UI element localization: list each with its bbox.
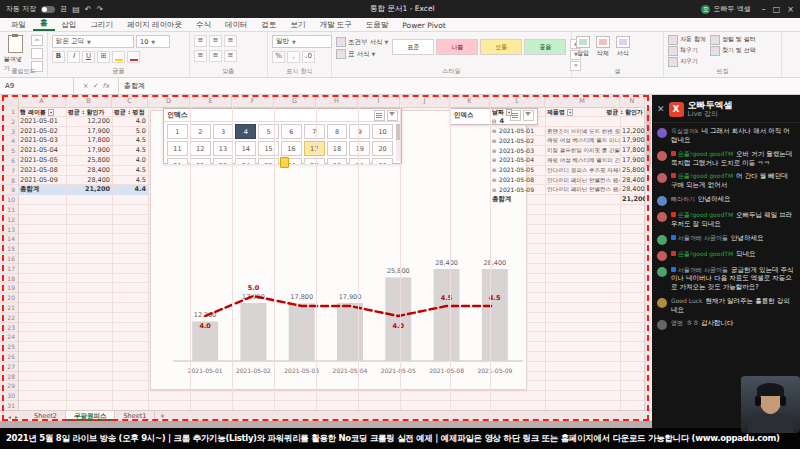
row-header-8[interactable]: 8: [0, 176, 18, 186]
row-header-4[interactable]: 4: [0, 136, 18, 146]
select-all-corner[interactable]: [0, 95, 19, 107]
row-header-1[interactable]: 1: [0, 107, 18, 117]
expand-icon[interactable]: ⊞: [492, 167, 496, 173]
style-chip-좋음[interactable]: 좋음: [524, 39, 566, 55]
row-header-19[interactable]: 19: [0, 283, 18, 293]
row-header-12[interactable]: 12: [0, 215, 18, 225]
slicer-item-18[interactable]: 18: [327, 141, 348, 156]
slicer-item-4[interactable]: 4: [235, 124, 256, 139]
row-header-3[interactable]: 3: [0, 127, 18, 137]
align-center-icon[interactable]: ≡: [209, 50, 222, 62]
index-slicer[interactable]: 인덱스 123456789101112131415161718192021222…: [163, 108, 402, 164]
slicer-item-27[interactable]: 27: [304, 158, 325, 164]
ribbon-tab-그리기[interactable]: 그리기: [84, 18, 121, 31]
slicer-item-17[interactable]: 17: [304, 141, 325, 156]
row-header-31[interactable]: 31: [0, 401, 18, 410]
ribbon-tab-홈[interactable]: 홈: [33, 16, 55, 31]
chat-messages[interactable]: 욕심쟁이k네 그래서 회사나 해서 아직 어렵네요은졸!good goodTM오…: [652, 123, 800, 339]
column-header-B[interactable]: B: [66, 95, 112, 107]
slicer-item-7[interactable]: 7: [304, 124, 325, 139]
slicer-item-6[interactable]: 6: [281, 124, 302, 139]
row-header-10[interactable]: 10: [0, 195, 18, 205]
expand-icon[interactable]: ⊞: [492, 187, 496, 193]
enter-icon[interactable]: ✓: [93, 82, 99, 90]
percent-style-button[interactable]: %: [272, 51, 285, 63]
row-header-5[interactable]: 5: [0, 146, 18, 156]
ribbon-tab-도움말[interactable]: 도움말: [359, 18, 396, 31]
prev-sheet-icon[interactable]: ◂: [8, 413, 11, 420]
slicer-item-8[interactable]: 8: [327, 124, 348, 139]
cancel-icon[interactable]: ×: [83, 82, 89, 90]
row-header-23[interactable]: 23: [0, 323, 18, 333]
row-header-17[interactable]: 17: [0, 264, 18, 274]
ribbon-tab-삽입[interactable]: 삽입: [55, 18, 84, 31]
expand-icon[interactable]: ⊞: [492, 148, 496, 154]
maximize-button[interactable]: □: [773, 5, 781, 14]
slicer-item-25[interactable]: 25: [258, 158, 279, 164]
minimize-button[interactable]: –: [762, 5, 766, 14]
cells-button-삽입[interactable]: 삽입: [576, 36, 590, 58]
filter-dropdown-icon[interactable]: ▾: [48, 109, 54, 116]
autosave-toggle[interactable]: [41, 6, 55, 13]
filter-dropdown-icon[interactable]: ▾: [567, 109, 573, 116]
comma-style-button[interactable]: ,: [287, 51, 300, 63]
row-header-14[interactable]: 14: [0, 234, 18, 244]
expand-icon[interactable]: ⊞: [492, 177, 496, 183]
filter-dropdown-icon[interactable]: ▾: [506, 109, 512, 116]
chat-close-icon[interactable]: ✕: [657, 105, 665, 114]
pivot-right[interactable]: 날짜▾제품명▾평균 : 할인가⊟ 4⊞ 2021-05-01퀸앤조이 브이넥 도…: [490, 107, 650, 205]
row-header-26[interactable]: 26: [0, 352, 18, 362]
column-header-C[interactable]: C: [112, 95, 148, 107]
font-name-select[interactable]: 맑은 고딕 ▼: [52, 35, 134, 48]
row-header-7[interactable]: 7: [0, 166, 18, 176]
next-sheet-icon[interactable]: ▸: [15, 413, 18, 420]
column-header-N[interactable]: N: [620, 95, 645, 107]
align-middle-icon[interactable]: ≡: [209, 35, 222, 47]
fx-icon[interactable]: fx: [103, 82, 110, 90]
slicer-item-28[interactable]: 28: [327, 158, 348, 164]
align-bottom-icon[interactable]: ≡: [224, 35, 237, 47]
borders-button[interactable]: ⊞: [97, 51, 110, 63]
font-color-button[interactable]: [127, 51, 140, 63]
slicer-item-30[interactable]: 30: [372, 158, 393, 164]
conditional-formatting-button[interactable]: 조건부 서식 ▼: [336, 37, 388, 47]
slicer-item-14[interactable]: 14: [235, 141, 256, 156]
number-format-select[interactable]: 일반 ▼: [272, 35, 332, 48]
sheet-tab-쿠팡원피스[interactable]: 쿠팡원피스: [66, 411, 116, 421]
editing-button-찾기 및 선택[interactable]: 찾기 및 선택: [710, 46, 756, 55]
sheet-tab-Sheet1[interactable]: Sheet1: [115, 411, 155, 421]
sheet-tab-Sheet2[interactable]: Sheet2: [26, 411, 66, 421]
slicer-item-10[interactable]: 10: [372, 124, 393, 139]
row-header-29[interactable]: 29: [0, 381, 18, 391]
expand-icon[interactable]: ⊞: [492, 157, 496, 163]
redo-icon[interactable]: ↷: [97, 5, 104, 14]
row-header-15[interactable]: 15: [0, 244, 18, 254]
name-box[interactable]: A9: [0, 78, 74, 94]
collapse-icon[interactable]: ⊟: [492, 118, 496, 124]
row-header-27[interactable]: 27: [0, 362, 18, 372]
editing-button-정렬 및 필터[interactable]: 정렬 및 필터: [710, 35, 756, 44]
underline-button[interactable]: U: [82, 51, 95, 63]
pivot-left[interactable]: 행 레이블▾평균 : 할인가평균 : 평점2021-05-0112,2004.0…: [18, 107, 148, 195]
editing-button-자동 합계[interactable]: 자동 합계: [668, 35, 706, 44]
undo-icon[interactable]: ↶: [85, 5, 92, 14]
font-size-select[interactable]: 10 ▼: [136, 35, 170, 48]
column-header-K[interactable]: K: [450, 95, 490, 107]
row-header-6[interactable]: 6: [0, 156, 18, 166]
style-chip-나쁨[interactable]: 나쁨: [436, 39, 478, 55]
row-header-21[interactable]: 21: [0, 303, 18, 313]
ribbon-tab-Power Pivot[interactable]: Power Pivot: [395, 19, 452, 31]
expand-icon[interactable]: ⊞: [492, 138, 496, 144]
row-header-28[interactable]: 28: [0, 372, 18, 382]
style-chip-보통[interactable]: 보통: [480, 39, 522, 55]
slicer-item-13[interactable]: 13: [213, 141, 234, 156]
slicer-item-11[interactable]: 11: [167, 141, 188, 156]
slicer-item-29[interactable]: 29: [349, 158, 370, 164]
slicer-item-2[interactable]: 2: [190, 124, 211, 139]
row-header-9[interactable]: 9: [0, 185, 18, 195]
column-header-A[interactable]: A: [18, 95, 66, 107]
add-sheet-button[interactable]: +: [155, 411, 169, 421]
account-area[interactable]: 오 오빠두 엑셀: [701, 4, 750, 14]
cells-button-삭제[interactable]: 삭제: [596, 36, 610, 58]
slicer-item-9[interactable]: 9: [349, 124, 370, 139]
